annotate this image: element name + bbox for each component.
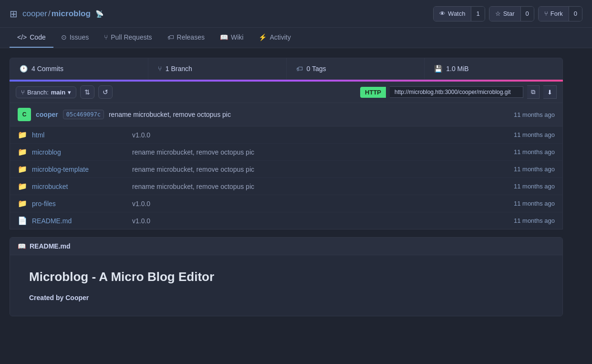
branches-stat[interactable]: ⑂ 1 Branch (148, 58, 287, 79)
tags-icon: 🏷 (296, 65, 303, 73)
branches-label: 1 Branch (166, 65, 192, 73)
file-name[interactable]: microblog (32, 148, 127, 156)
repo-path: cooper/microblog (22, 9, 91, 19)
fork-icon: ⑂ (544, 10, 548, 17)
download-button[interactable]: ⬇ (543, 85, 557, 99)
watch-count: 1 (471, 7, 484, 21)
issues-icon: ⊙ (61, 33, 67, 41)
repo-separator: / (48, 9, 51, 18)
star-group: ☆ Star 0 (489, 6, 534, 21)
file-commit[interactable]: v1.0.0 (132, 217, 509, 225)
branches-icon: ⑂ (158, 65, 162, 73)
file-row: 📄 README.md v1.0.0 11 months ago (10, 212, 562, 229)
star-button[interactable]: ☆ Star (489, 7, 520, 21)
tab-code[interactable]: </> Code (10, 28, 53, 48)
tags-stat[interactable]: 🏷 0 Tags (287, 58, 425, 79)
fork-count: 0 (569, 7, 582, 21)
file-row: 📁 microbucket rename microbucket, remove… (10, 178, 562, 195)
file-name[interactable]: pro-files (32, 200, 127, 208)
nav-tabs: </> Code ⊙ Issues ⑂ Pull Requests 🏷 Rele… (0, 28, 592, 48)
file-name[interactable]: microbucket (32, 183, 127, 190)
file-list: C cooper 05c469097c rename microbucket, … (10, 103, 563, 229)
clone-url-input[interactable] (390, 86, 523, 98)
file-commit[interactable]: v1.0.0 (132, 200, 509, 208)
file-time: 11 months ago (514, 148, 555, 156)
commit-username[interactable]: cooper (36, 111, 58, 118)
book-icon: 📖 (18, 242, 26, 250)
file-commit[interactable]: rename microbucket, remove octopus pic (132, 148, 509, 156)
repo-title: ⊞ cooper/microblog 📡 (10, 8, 104, 20)
file-row: 📁 microblog rename microbucket, remove o… (10, 144, 562, 161)
size-label: 1.0 MiB (446, 65, 468, 73)
commit-message: rename microbucket, remove octopus pic (109, 111, 231, 118)
repo-icon: ⊞ (10, 8, 18, 20)
readme-section: 📖 README.md Microblog - A Micro Blog Edi… (10, 237, 563, 316)
tab-wiki[interactable]: 📖 Wiki (212, 28, 251, 48)
file-list-header: C cooper 05c469097c rename microbucket, … (10, 103, 562, 126)
file-time: 11 months ago (514, 166, 555, 173)
copy-button[interactable]: ⧉ (527, 85, 540, 99)
tab-activity[interactable]: ⚡ Activity (251, 28, 298, 48)
compare-button[interactable]: ⇅ (80, 85, 94, 99)
file-time: 11 months ago (514, 217, 555, 224)
fork-button[interactable]: ⑂ Fork (539, 7, 569, 21)
watch-button[interactable]: 👁 Watch (434, 7, 471, 21)
file-time: 11 months ago (514, 131, 555, 138)
main-content: 🕐 4 Commits ⑂ 1 Branch 🏷 0 Tags 💾 1.0 Mi… (0, 48, 572, 326)
file-name[interactable]: microblog-template (32, 166, 127, 173)
tab-releases[interactable]: 🏷 Releases (160, 28, 212, 48)
file-commit[interactable]: rename microbucket, remove octopus pic (132, 166, 509, 173)
file-name[interactable]: README.md (32, 217, 127, 225)
file-commit[interactable]: rename microbucket, remove octopus pic (132, 183, 509, 190)
readme-filename: README.md (30, 242, 71, 250)
commits-stat[interactable]: 🕐 4 Commits (10, 58, 148, 79)
readme-subtitle: Created by Cooper (29, 294, 543, 302)
folder-icon: 📁 (18, 147, 27, 156)
file-row: 📁 pro-files v1.0.0 11 months ago (10, 195, 562, 212)
toolbar: ⑂ Branch: main ▾ ⇅ ↺ HTTP ⧉ ⬇ (10, 82, 563, 103)
star-label: Star (503, 10, 515, 17)
folder-icon: 📁 (18, 130, 27, 139)
top-bar: ⊞ cooper/microblog 📡 👁 Watch 1 ☆ Star 0 … (0, 0, 592, 28)
rss-icon[interactable]: 📡 (95, 10, 104, 18)
tab-issues[interactable]: ⊙ Issues (53, 28, 96, 48)
repo-owner[interactable]: cooper (22, 9, 47, 18)
readme-content: Microblog - A Micro Blog Editor Created … (10, 255, 562, 316)
action-buttons: 👁 Watch 1 ☆ Star 0 ⑂ Fork 0 (429, 6, 582, 21)
releases-icon: 🏷 (167, 33, 174, 41)
commit-time: 11 months ago (514, 111, 555, 118)
file-time: 11 months ago (514, 183, 555, 190)
branch-icon: ⑂ (21, 89, 25, 96)
branch-selector[interactable]: ⑂ Branch: main ▾ (16, 86, 76, 98)
fork-group: ⑂ Fork 0 (538, 6, 582, 21)
folder-icon: 📁 (18, 199, 27, 208)
watch-group: 👁 Watch 1 (433, 6, 485, 21)
file-commit[interactable]: v1.0.0 (132, 131, 509, 139)
stats-bar: 🕐 4 Commits ⑂ 1 Branch 🏷 0 Tags 💾 1.0 Mi… (10, 58, 563, 80)
file-icon: 📄 (18, 216, 27, 225)
size-stat: 💾 1.0 MiB (425, 58, 562, 79)
code-icon: </> (17, 33, 27, 41)
eye-icon: 👁 (439, 10, 446, 17)
file-row: 📁 html v1.0.0 11 months ago (10, 126, 562, 144)
tab-pull-requests[interactable]: ⑂ Pull Requests (96, 28, 159, 48)
repo-name[interactable]: microblog (52, 9, 91, 18)
file-row: 📁 microblog-template rename microbucket,… (10, 161, 562, 178)
refresh-button[interactable]: ↺ (98, 85, 113, 99)
http-badge[interactable]: HTTP (360, 87, 386, 98)
commits-label: 4 Commits (31, 65, 63, 73)
commits-icon: 🕐 (20, 65, 28, 73)
branch-label: Branch: (27, 89, 49, 96)
folder-icon: 📁 (18, 182, 27, 191)
commit-hash[interactable]: 05c469097c (63, 110, 104, 119)
size-icon: 💾 (434, 65, 442, 73)
readme-title: Microblog - A Micro Blog Editor (29, 270, 543, 284)
file-name[interactable]: html (32, 131, 127, 139)
star-count: 0 (520, 7, 534, 21)
watch-label: Watch (448, 10, 465, 17)
file-time: 11 months ago (514, 200, 555, 207)
chevron-down-icon: ▾ (68, 89, 71, 96)
wiki-icon: 📖 (220, 33, 228, 41)
folder-icon: 📁 (18, 165, 27, 174)
pr-icon: ⑂ (104, 33, 108, 41)
